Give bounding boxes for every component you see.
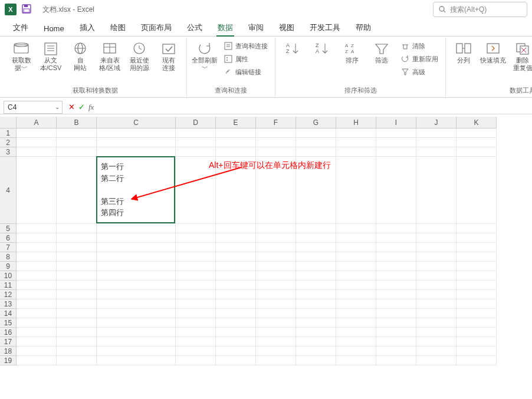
ribbon-advanced[interactable]: 高级	[397, 66, 442, 78]
cell-H3[interactable]	[336, 147, 376, 157]
cell-J3[interactable]	[416, 147, 457, 157]
cell-K16[interactable]	[457, 328, 497, 337]
cell-I17[interactable]	[376, 337, 416, 347]
col-header-K[interactable]: K	[457, 117, 497, 128]
cell-A2[interactable]	[17, 138, 57, 147]
cell-J6[interactable]	[416, 233, 457, 243]
cell-E2[interactable]	[216, 138, 256, 147]
cell-C14[interactable]	[97, 309, 176, 318]
cell-C12[interactable]	[97, 290, 176, 299]
cell-D14[interactable]	[176, 309, 216, 318]
cell-B18[interactable]	[57, 347, 97, 356]
cell-A12[interactable]	[17, 290, 57, 299]
col-header-G[interactable]: G	[296, 117, 336, 128]
select-all-corner[interactable]	[0, 117, 17, 128]
save-icon[interactable]	[21, 4, 33, 15]
cell-H19[interactable]	[336, 356, 376, 365]
row-header-8[interactable]: 8	[0, 252, 17, 262]
cell-H16[interactable]	[336, 328, 376, 337]
row-header-14[interactable]: 14	[0, 309, 17, 318]
cell-J7[interactable]	[416, 243, 457, 252]
row-header-19[interactable]: 19	[0, 356, 17, 365]
cell-H1[interactable]	[336, 128, 376, 138]
cell-K15[interactable]	[457, 318, 497, 328]
cell-J2[interactable]	[416, 138, 457, 147]
cell-F19[interactable]	[256, 356, 296, 365]
cell-B1[interactable]	[57, 128, 97, 138]
row-header-6[interactable]: 6	[0, 233, 17, 243]
cell-G9[interactable]	[296, 262, 336, 271]
cell-I18[interactable]	[376, 347, 416, 356]
cell-H8[interactable]	[336, 252, 376, 262]
cell-B4[interactable]	[57, 157, 97, 224]
cell-B14[interactable]	[57, 309, 97, 318]
cell-J15[interactable]	[416, 318, 457, 328]
cell-J8[interactable]	[416, 252, 457, 262]
cell-D1[interactable]	[176, 128, 216, 138]
cell-J13[interactable]	[416, 299, 457, 309]
cell-B13[interactable]	[57, 299, 97, 309]
cell-C13[interactable]	[97, 299, 176, 309]
cell-G14[interactable]	[296, 309, 336, 318]
col-header-A[interactable]: A	[17, 117, 57, 128]
cell-B16[interactable]	[57, 328, 97, 337]
cell-C9[interactable]	[97, 262, 176, 271]
cell-J16[interactable]	[416, 328, 457, 337]
ribbon-from-csv[interactable]: 从文 本/CSV	[37, 38, 65, 72]
ribbon-recent[interactable]: 最近使 用的源	[125, 38, 153, 72]
cell-D10[interactable]	[176, 271, 216, 281]
ribbon-remove-dupes[interactable]: 删除 重复值	[508, 38, 532, 72]
cell-H18[interactable]	[336, 347, 376, 356]
cell-B2[interactable]	[57, 138, 97, 147]
row-header-1[interactable]: 1	[0, 128, 17, 138]
cell-K3[interactable]	[457, 147, 497, 157]
cell-H15[interactable]	[336, 318, 376, 328]
cell-A1[interactable]	[17, 128, 57, 138]
cell-H13[interactable]	[336, 299, 376, 309]
cell-A18[interactable]	[17, 347, 57, 356]
cell-H10[interactable]	[336, 271, 376, 281]
cell-I14[interactable]	[376, 309, 416, 318]
cell-I10[interactable]	[376, 271, 416, 281]
cell-G2[interactable]	[296, 138, 336, 147]
cell-I4[interactable]	[376, 157, 416, 224]
ribbon-from-table[interactable]: 来自表 格/区域	[96, 38, 124, 72]
cell-D18[interactable]	[176, 347, 216, 356]
tab-数据[interactable]: 数据	[211, 19, 240, 36]
cell-A19[interactable]	[17, 356, 57, 365]
ribbon-reapply[interactable]: 重新应用	[397, 53, 442, 65]
col-header-F[interactable]: F	[256, 117, 296, 128]
cell-E3[interactable]	[216, 147, 256, 157]
cell-E5[interactable]	[216, 224, 256, 233]
ribbon-text-to-cols[interactable]: 分列	[449, 38, 478, 64]
cell-K1[interactable]	[457, 128, 497, 138]
cell-K10[interactable]	[457, 271, 497, 281]
cell-G15[interactable]	[296, 318, 336, 328]
cell-D12[interactable]	[176, 290, 216, 299]
cell-E17[interactable]	[216, 337, 256, 347]
cell-A4[interactable]	[17, 157, 57, 224]
tab-公式[interactable]: 公式	[180, 19, 209, 36]
ribbon-refresh-all[interactable]: 全部刷新 ﹀	[191, 38, 219, 72]
cell-H2[interactable]	[336, 138, 376, 147]
cell-F5[interactable]	[256, 224, 296, 233]
cell-F6[interactable]	[256, 233, 296, 243]
cell-E16[interactable]	[216, 328, 256, 337]
cell-H14[interactable]	[336, 309, 376, 318]
cell-C16[interactable]	[97, 328, 176, 337]
cell-J11[interactable]	[416, 281, 457, 290]
cell-H9[interactable]	[336, 262, 376, 271]
search-box[interactable]: 搜索(Alt+Q)	[433, 2, 527, 17]
formula-input[interactable]	[100, 101, 532, 114]
cell-C6[interactable]	[97, 233, 176, 243]
cell-K2[interactable]	[457, 138, 497, 147]
cell-K14[interactable]	[457, 309, 497, 318]
tab-file[interactable]: 文件	[6, 19, 35, 36]
cell-J5[interactable]	[416, 224, 457, 233]
cell-B12[interactable]	[57, 290, 97, 299]
row-header-3[interactable]: 3	[0, 147, 17, 157]
cell-I19[interactable]	[376, 356, 416, 365]
cell-C17[interactable]	[97, 337, 176, 347]
cell-G8[interactable]	[296, 252, 336, 262]
row-header-17[interactable]: 17	[0, 337, 17, 347]
